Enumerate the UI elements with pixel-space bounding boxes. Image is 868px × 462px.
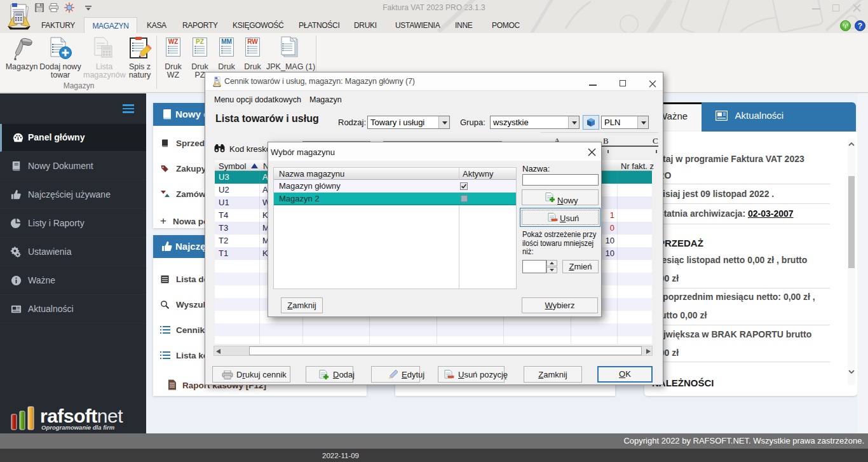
svg-text:PZ: PZ <box>196 38 204 45</box>
svg-text:WZ: WZ <box>168 38 179 45</box>
svg-text:RW: RW <box>247 38 258 45</box>
svg-text:?: ? <box>858 22 862 31</box>
svg-text:MM: MM <box>221 38 232 45</box>
